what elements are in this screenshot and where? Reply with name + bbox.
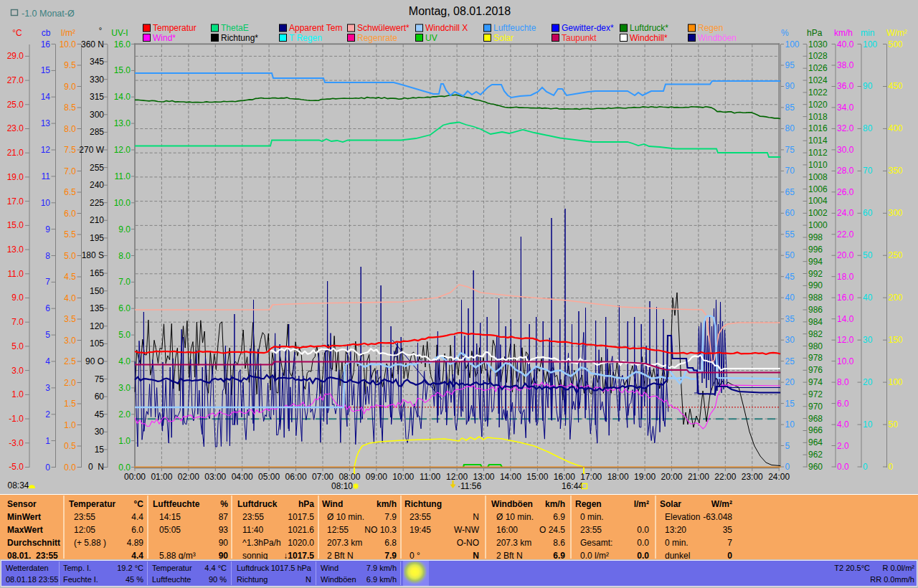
svg-text:300: 300: [889, 208, 903, 218]
svg-text:20: 20: [863, 377, 873, 387]
svg-text:5.5: 5.5: [64, 229, 76, 240]
svg-text:70: 70: [785, 166, 795, 176]
svg-text:14.0: 14.0: [837, 314, 854, 324]
svg-text:255: 255: [90, 163, 104, 173]
svg-text:345: 345: [90, 57, 104, 67]
svg-text:996: 996: [808, 245, 823, 255]
svg-text:19.0: 19.0: [7, 172, 24, 182]
svg-text:9.0: 9.0: [118, 224, 131, 234]
svg-text:90: 90: [863, 81, 873, 91]
svg-text:2: 2: [45, 409, 50, 419]
svg-text:80: 80: [785, 123, 795, 133]
svg-text:195: 195: [90, 233, 104, 243]
svg-text:55: 55: [785, 229, 795, 240]
svg-text:450: 450: [889, 81, 903, 91]
svg-text:5.0: 5.0: [118, 330, 131, 340]
svg-text:6.0: 6.0: [118, 303, 131, 313]
svg-text:20.0: 20.0: [837, 250, 854, 260]
svg-text:9.0: 9.0: [64, 82, 76, 92]
svg-text:1.0: 1.0: [64, 420, 76, 430]
svg-text:95: 95: [785, 60, 795, 70]
svg-text:500: 500: [889, 39, 903, 49]
svg-text:10: 10: [863, 419, 873, 430]
svg-text:16.0: 16.0: [114, 39, 131, 49]
svg-text:Richtung*: Richtung*: [221, 33, 258, 43]
svg-text:10:00: 10:00: [392, 472, 414, 482]
svg-text:15: 15: [95, 445, 105, 455]
svg-text:270 W: 270 W: [79, 145, 104, 155]
svg-text:0.0: 0.0: [64, 463, 76, 473]
svg-text:1000: 1000: [808, 220, 828, 230]
svg-text:12:00: 12:00: [446, 472, 468, 482]
svg-text:1024: 1024: [808, 75, 828, 85]
svg-text:2.5: 2.5: [64, 356, 76, 366]
svg-text:-1.0: -1.0: [9, 414, 24, 424]
svg-text:0: 0: [45, 463, 50, 473]
svg-text:7.5: 7.5: [64, 145, 76, 155]
svg-text:250: 250: [889, 250, 903, 260]
svg-text:9.0: 9.0: [11, 293, 24, 303]
svg-text:T Regen: T Regen: [289, 33, 322, 43]
svg-text:360 N: 360 N: [81, 39, 104, 49]
svg-text:32.0: 32.0: [837, 123, 854, 133]
svg-text:30: 30: [863, 335, 873, 345]
svg-text:8.0: 8.0: [64, 124, 76, 134]
svg-text:1002: 1002: [808, 208, 828, 218]
svg-text:90 O: 90 O: [85, 356, 104, 366]
svg-text:0: 0: [889, 462, 894, 472]
svg-text:400: 400: [889, 123, 903, 133]
svg-text:978: 978: [808, 353, 823, 363]
svg-text:982: 982: [808, 329, 823, 339]
svg-text:150: 150: [90, 286, 104, 296]
svg-text:°C: °C: [12, 28, 22, 38]
svg-text:38.0: 38.0: [837, 60, 854, 70]
svg-text:24:00: 24:00: [768, 472, 790, 482]
svg-text:27.0: 27.0: [7, 75, 24, 85]
svg-text:ThetaE: ThetaE: [221, 23, 249, 33]
svg-text:2.0: 2.0: [118, 409, 131, 419]
svg-text:210: 210: [90, 215, 104, 225]
svg-text:1008: 1008: [808, 172, 828, 182]
svg-text:6.0: 6.0: [837, 399, 849, 409]
svg-text:988: 988: [808, 293, 823, 303]
svg-text:1.0: 1.0: [118, 436, 131, 446]
svg-text:990: 990: [808, 280, 823, 290]
svg-text:2.0: 2.0: [64, 378, 76, 388]
svg-text:Wind*: Wind*: [153, 33, 176, 43]
svg-text:85: 85: [785, 103, 795, 113]
svg-text:22.0: 22.0: [837, 229, 854, 240]
svg-text:70: 70: [863, 166, 873, 176]
svg-text:300: 300: [90, 110, 104, 120]
svg-text:-3.0: -3.0: [9, 438, 24, 448]
svg-text:50: 50: [785, 250, 795, 260]
svg-text:0: 0: [785, 462, 790, 472]
svg-text:25.0: 25.0: [7, 100, 24, 110]
svg-text:8.0: 8.0: [118, 251, 131, 261]
svg-text:120: 120: [90, 321, 104, 331]
svg-text:18:00: 18:00: [607, 472, 629, 482]
svg-text:75: 75: [95, 374, 105, 384]
svg-text:0.5: 0.5: [64, 441, 76, 451]
svg-text:UV: UV: [425, 33, 437, 43]
svg-text:11.0: 11.0: [115, 171, 131, 181]
svg-text:986: 986: [808, 305, 823, 315]
svg-text:1006: 1006: [808, 184, 828, 194]
svg-text:100: 100: [863, 39, 877, 49]
svg-text:Gewitter-dex*: Gewitter-dex*: [562, 23, 614, 33]
svg-text:04:00: 04:00: [232, 472, 253, 482]
svg-text:15.0: 15.0: [7, 220, 24, 230]
svg-text:75: 75: [785, 145, 795, 155]
svg-text:Regen: Regen: [698, 23, 723, 33]
svg-text:100: 100: [785, 39, 800, 49]
svg-text:994: 994: [808, 257, 823, 267]
svg-text:6.5: 6.5: [64, 187, 76, 197]
svg-text:972: 972: [808, 389, 823, 399]
svg-text:29.0: 29.0: [7, 51, 24, 61]
svg-text:14:00: 14:00: [500, 472, 521, 482]
svg-text:40.0: 40.0: [837, 39, 854, 49]
svg-text:3.5: 3.5: [64, 314, 76, 324]
svg-text:UV-I: UV-I: [111, 28, 128, 38]
svg-text:26.0: 26.0: [837, 187, 854, 197]
svg-text:-1.0 Monat-Ø: -1.0 Monat-Ø: [22, 9, 75, 19]
svg-text:22:00: 22:00: [714, 472, 736, 482]
